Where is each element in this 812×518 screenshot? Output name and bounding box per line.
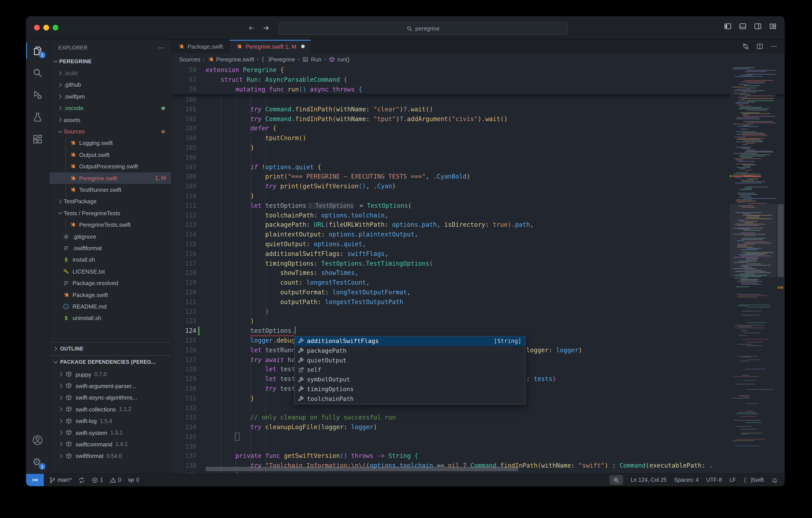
tab-peregrine-swift[interactable]: Peregrine.swift 1, M <box>230 40 311 53</box>
suggestion-toolchainPath[interactable]: toolchainPath <box>294 394 525 404</box>
code-line-100[interactable]: 100 <box>172 95 785 105</box>
suggestion-self[interactable]: self <box>294 365 525 375</box>
code-line-119[interactable]: 119 count: longestTestCount, <box>172 278 785 288</box>
code-line-108[interactable]: 108 print("=== PEREGRINE — EXECUTING TES… <box>172 172 785 182</box>
tree-item-logging-swift[interactable]: Logging.swift <box>50 137 171 149</box>
suggestion-packagePath[interactable]: packagePath <box>294 346 525 356</box>
activitybar-search[interactable] <box>26 62 49 84</box>
activitybar-accounts[interactable] <box>26 429 49 451</box>
explorer-more-icon[interactable]: ⋯ <box>158 44 165 52</box>
zoom-window-button[interactable] <box>53 25 58 30</box>
split-editor-icon[interactable] <box>756 43 763 50</box>
tree-item--build[interactable]: .build <box>50 67 171 79</box>
code-line-115[interactable]: 115 quietOutput: options.quiet, <box>172 240 785 249</box>
open-changes-icon[interactable] <box>742 43 749 50</box>
code-line-51[interactable]: 51 struct Run: AsyncParsableCommand { <box>172 75 785 85</box>
tree-item-testpackage[interactable]: TestPackage <box>50 195 171 207</box>
code-line-107[interactable]: 107 if !options.quiet { <box>172 162 785 172</box>
status-errors[interactable]: 1 <box>91 477 103 483</box>
tree-item-assets[interactable]: assets <box>50 114 171 126</box>
tree-item-install-sh[interactable]: $install.sh <box>50 254 171 266</box>
status-zoom-control[interactable] <box>609 475 623 485</box>
vertical-scrollbar[interactable] <box>777 65 785 474</box>
layout-panel-icon[interactable] <box>739 23 747 30</box>
status-sync[interactable] <box>78 477 85 483</box>
close-window-button[interactable] <box>34 25 40 30</box>
code-line-111[interactable]: 111 let testOptions: TestOptions = TestO… <box>172 201 785 211</box>
more-actions-icon[interactable] <box>771 43 778 50</box>
tree-item-uninstall-sh[interactable]: $uninstall.sh <box>50 312 171 324</box>
code-line-114[interactable]: 114 plaintextOutput: options.plaintextOu… <box>172 230 785 240</box>
tree-item--vscode[interactable]: .vscode <box>50 102 171 114</box>
tree-item-outputprocessing-swift[interactable]: OutputProcessing.swift <box>50 161 171 172</box>
activitybar-run-and-debug[interactable] <box>26 84 49 106</box>
outline-section[interactable]: OUTLINE <box>50 342 171 355</box>
suggestion-additionalSwiftFlags[interactable]: additionalSwiftFlags[String] <box>294 336 525 346</box>
code-line-123[interactable]: 123 ) <box>172 317 785 326</box>
tree-item-license-txt[interactable]: LICENSE.txt <box>50 266 171 277</box>
status-branch-status[interactable]: main* <box>49 477 71 483</box>
dependency-swift-argument-parser-[interactable]: swift-argument-parser... <box>50 380 171 392</box>
code-line-103[interactable]: 103 defer { <box>172 124 785 134</box>
code-line-113[interactable]: 113 packagePath: URL(fileURLWithPath: op… <box>172 220 785 230</box>
code-editor[interactable]: 100101 try Command.findInPath(withName: … <box>172 65 785 474</box>
code-line-104[interactable]: 104 tputCnorm() <box>172 133 785 143</box>
status-notifications[interactable] <box>771 477 778 483</box>
code-line-106[interactable]: 106 <box>172 153 785 163</box>
code-line-137[interactable]: 137 private func getSwiftVersion() throw… <box>172 452 785 461</box>
tree-item-sources[interactable]: Sources <box>50 126 171 138</box>
suggestion-timingOptions[interactable]: timingOptions <box>294 385 525 394</box>
horizontal-scrollbar[interactable] <box>206 467 518 471</box>
dependency-swift-collections[interactable]: swift-collections1.1.2 <box>50 403 171 415</box>
status-encoding[interactable]: UTF-8 <box>706 477 722 483</box>
code-line-112[interactable]: 112 toolchainPath: options.toolchain, <box>172 211 785 220</box>
code-line-120[interactable]: 120 outputFormat: longTestOutputFormat, <box>172 288 785 298</box>
tree-item-package-swift[interactable]: Package.swift <box>50 289 171 301</box>
layout-custom-icon[interactable] <box>769 23 777 30</box>
code-line-76[interactable]: 76 mutating func run() async throws { <box>172 85 785 94</box>
tree-item--github[interactable]: .github <box>50 79 171 91</box>
code-line-109[interactable]: 109 try print(getSwiftVersion(), .Cyan) <box>172 182 785 191</box>
status-cursor-position[interactable]: Ln 124, Col 25 <box>631 477 667 483</box>
suggestion-symbolOutput[interactable]: symbolOutput <box>294 375 525 385</box>
tab-package-swift[interactable]: Package.swift <box>172 40 230 53</box>
dependency-swift-log[interactable]: swift-log1.5.4 <box>50 415 171 427</box>
breadcrumb-item-run-[interactable]: run() <box>328 56 350 63</box>
tree-item-peregrine-swift[interactable]: Peregrine.swift1, M <box>50 172 171 184</box>
remote-indicator[interactable]: >< <box>26 474 44 486</box>
code-line-135[interactable]: 135 } <box>172 432 785 442</box>
code-line-132[interactable]: 132 <box>172 403 785 413</box>
code-line-101[interactable]: 101 try Command.findInPath(withName: "cl… <box>172 105 785 115</box>
breadcrumb-item-sources[interactable]: Sources <box>179 56 200 63</box>
code-line-118[interactable]: 118 showTimes: showTimes, <box>172 269 785 278</box>
status-eol[interactable]: LF <box>729 477 736 483</box>
layout-sidebar-right-icon[interactable] <box>754 23 761 30</box>
tree-item--swiftformat[interactable]: .swiftformat <box>50 242 171 254</box>
activitybar-testing[interactable] <box>26 106 49 128</box>
dependency-swiftformat[interactable]: swiftformat0.54.0 <box>50 450 171 462</box>
dependency-puppy[interactable]: puppy0.7.0 <box>50 369 171 380</box>
status-language-mode[interactable]: { }Swift <box>744 477 764 483</box>
tree-item-tests-peregrinetests[interactable]: Tests / PeregrineTests <box>50 207 171 219</box>
suggestion-quietOutput[interactable]: quietOutput <box>294 356 525 365</box>
dependency-swift-system[interactable]: swift-system1.3.1 <box>50 427 171 439</box>
breadcrumb-item-peregrine-swift[interactable]: Peregrine.swift <box>207 56 254 63</box>
code-line-134[interactable]: 134 try cleanupLogFile(logger: logger) <box>172 423 785 432</box>
code-line-50[interactable]: 50extension Peregrine { <box>172 65 785 75</box>
layout-sidebar-left-icon[interactable] <box>724 23 731 30</box>
forward-icon[interactable] <box>261 23 271 33</box>
code-line-116[interactable]: 116 additionalSwiftFlags: swiftFlags, <box>172 249 785 259</box>
minimap[interactable] <box>730 65 777 474</box>
activitybar-extensions[interactable] <box>26 128 49 150</box>
code-line-117[interactable]: 117 timingOptions: TestOptions.TestTimin… <box>172 259 785 269</box>
tree-item--swiftpm[interactable]: .swiftpm <box>50 91 171 102</box>
tree-item-readme-md[interactable]: README.md <box>50 301 171 312</box>
tree-item-package-resolved[interactable]: Package.resolved <box>50 277 171 289</box>
tree-item-output-swift[interactable]: Output.swift <box>50 149 171 161</box>
code-line-121[interactable]: 121 outputPath: longestTestOutputPath <box>172 297 785 307</box>
code-line-110[interactable]: 110 } <box>172 191 785 201</box>
code-line-122[interactable]: 122 ) <box>172 307 785 317</box>
code-line-105[interactable]: 105 } <box>172 143 785 153</box>
code-line-102[interactable]: 102 try Command.findInPath(withName: "tp… <box>172 114 785 124</box>
package-dependencies-section[interactable]: PACKAGE DEPENDENCIES (PEREG... <box>50 355 171 369</box>
